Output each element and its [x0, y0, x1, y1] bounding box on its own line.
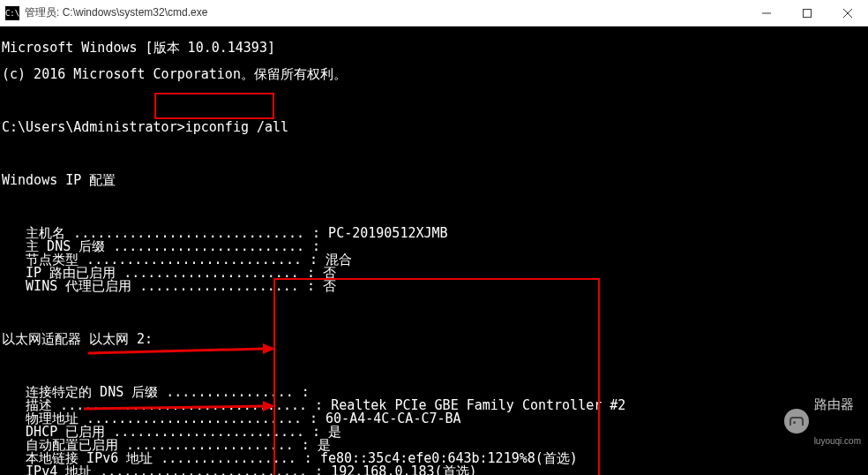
maximize-button[interactable] — [787, 0, 827, 26]
config-row: WINS 代理已启用 .................... : 否 — [2, 280, 868, 293]
arrow-ipv4 — [88, 346, 275, 360]
config-value: 192.168.0.183(首选) — [331, 465, 476, 475]
window-title: 管理员: C:\windows\system32\cmd.exe — [25, 5, 746, 20]
adapter-heading: 以太网适配器 以太网 2: — [2, 333, 868, 346]
terminal-output[interactable]: Microsoft Windows [版本 10.0.14393] (c) 20… — [0, 26, 868, 475]
watermark-url: luyouqi.com — [814, 436, 861, 447]
close-button[interactable] — [827, 0, 868, 26]
config-row: IPv4 地址 .......................... : 192… — [2, 465, 868, 475]
watermark: 路由器 luyouqi.com — [784, 373, 861, 470]
window-titlebar: C:\ 管理员: C:\windows\system32\cmd.exe — [0, 0, 868, 26]
router-icon — [784, 409, 809, 434]
config-value: 60-A4-4C-CA-C7-BA — [326, 412, 461, 426]
version-line: Microsoft Windows [版本 10.0.14393] — [2, 41, 868, 55]
ip-config-heading: Windows IP 配置 — [2, 174, 868, 187]
copyright-line: (c) 2016 Microsoft Corporation。保留所有权利。 — [2, 68, 868, 81]
config-label: IPv4 地址 .......................... : — [2, 465, 331, 475]
cmd-icon: C:\ — [5, 6, 19, 20]
command-text: ipconfig /all — [185, 121, 288, 134]
watermark-title: 路由器 — [814, 396, 861, 412]
svg-rect-1 — [804, 9, 812, 17]
prompt-line: C:\Users\Administrator>ipconfig /all — [2, 121, 868, 134]
window-controls — [746, 0, 868, 26]
svg-line-4 — [88, 349, 265, 353]
config-value: PC-20190512XJMB — [328, 227, 447, 240]
prompt: C:\Users\Administrator> — [2, 121, 185, 134]
config-label: WINS 代理已启用 .................... : — [2, 280, 323, 293]
config-value: 否 — [323, 280, 336, 293]
minimize-button[interactable] — [746, 0, 787, 26]
